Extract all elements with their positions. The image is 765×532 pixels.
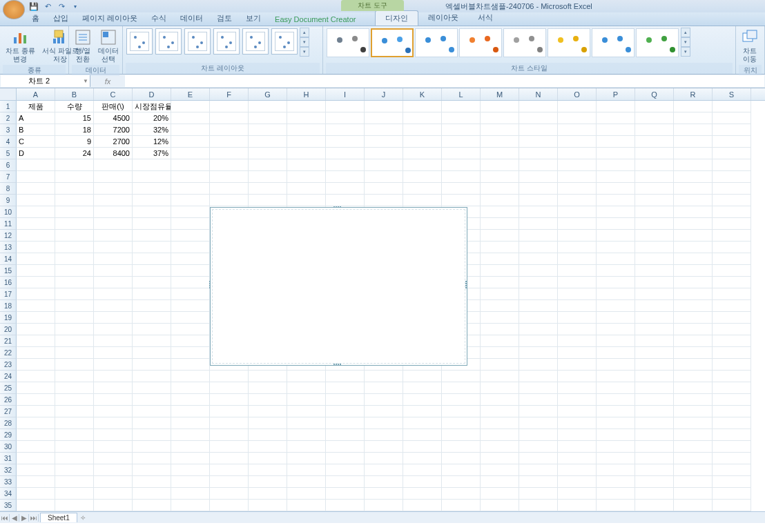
switch-rowcol-button[interactable]: 행/열 전환 bbox=[72, 28, 94, 65]
cell[interactable] bbox=[171, 406, 210, 417]
cell[interactable] bbox=[326, 195, 365, 206]
cell[interactable] bbox=[442, 464, 481, 476]
cell[interactable] bbox=[55, 288, 94, 300]
cell[interactable] bbox=[133, 441, 171, 453]
cell[interactable] bbox=[94, 218, 133, 230]
cell[interactable] bbox=[94, 159, 133, 171]
cell[interactable] bbox=[635, 394, 674, 406]
cell[interactable] bbox=[558, 288, 597, 300]
cell[interactable] bbox=[94, 277, 133, 288]
cell[interactable] bbox=[171, 218, 210, 230]
cell[interactable] bbox=[481, 371, 519, 382]
cell[interactable] bbox=[171, 171, 210, 183]
cell[interactable] bbox=[17, 195, 55, 206]
cell[interactable] bbox=[558, 253, 597, 265]
cell[interactable] bbox=[133, 195, 171, 206]
cell[interactable] bbox=[133, 464, 171, 476]
cell[interactable] bbox=[519, 159, 558, 171]
cell[interactable] bbox=[519, 136, 558, 148]
cell[interactable] bbox=[326, 101, 365, 112]
cell[interactable] bbox=[287, 112, 326, 124]
cell[interactable] bbox=[519, 300, 558, 312]
cell[interactable] bbox=[133, 429, 171, 441]
cell[interactable]: 32% bbox=[133, 124, 171, 136]
cell[interactable] bbox=[519, 453, 558, 464]
cell[interactable] bbox=[17, 288, 55, 300]
cell[interactable] bbox=[713, 195, 751, 206]
cell[interactable] bbox=[635, 429, 674, 441]
cell[interactable] bbox=[210, 148, 249, 159]
cell[interactable] bbox=[55, 371, 94, 382]
cell[interactable] bbox=[442, 371, 481, 382]
cell[interactable] bbox=[635, 417, 674, 429]
cell[interactable] bbox=[403, 171, 442, 183]
cell[interactable] bbox=[210, 183, 249, 195]
cell[interactable] bbox=[17, 476, 55, 488]
cell[interactable] bbox=[171, 277, 210, 288]
cell[interactable] bbox=[674, 195, 713, 206]
cell[interactable] bbox=[287, 464, 326, 476]
cell[interactable] bbox=[326, 464, 365, 476]
column-header[interactable]: L bbox=[442, 88, 481, 100]
cell[interactable] bbox=[171, 429, 210, 441]
cell[interactable] bbox=[403, 394, 442, 406]
cell[interactable]: 15 bbox=[55, 112, 94, 124]
layout-gallery-expand[interactable]: ▾ bbox=[300, 47, 309, 57]
cell[interactable] bbox=[481, 230, 519, 242]
cell[interactable] bbox=[249, 183, 287, 195]
cell[interactable] bbox=[481, 242, 519, 253]
cell[interactable] bbox=[674, 183, 713, 195]
cell[interactable] bbox=[481, 476, 519, 488]
cell[interactable] bbox=[519, 429, 558, 441]
cell[interactable] bbox=[635, 382, 674, 394]
cell[interactable] bbox=[597, 429, 635, 441]
cell[interactable] bbox=[597, 453, 635, 464]
cell[interactable]: 4500 bbox=[94, 112, 133, 124]
cell[interactable] bbox=[597, 417, 635, 429]
cell[interactable] bbox=[17, 417, 55, 429]
cell[interactable] bbox=[635, 488, 674, 500]
cell[interactable] bbox=[171, 124, 210, 136]
sheet-nav-last[interactable]: ⏭ bbox=[29, 514, 39, 522]
cell[interactable] bbox=[674, 324, 713, 335]
cell[interactable] bbox=[558, 136, 597, 148]
cell[interactable]: 12% bbox=[133, 136, 171, 148]
cell[interactable]: 18 bbox=[55, 124, 94, 136]
cell[interactable] bbox=[133, 218, 171, 230]
cell[interactable] bbox=[481, 101, 519, 112]
cell[interactable] bbox=[558, 101, 597, 112]
cell[interactable] bbox=[133, 417, 171, 429]
cell[interactable] bbox=[365, 171, 403, 183]
cell[interactable] bbox=[17, 500, 55, 511]
cell[interactable] bbox=[519, 183, 558, 195]
cell[interactable] bbox=[365, 429, 403, 441]
cell[interactable] bbox=[713, 300, 751, 312]
row-header[interactable]: 4 bbox=[0, 136, 17, 148]
cell[interactable] bbox=[674, 394, 713, 406]
cell[interactable] bbox=[249, 124, 287, 136]
cell[interactable] bbox=[597, 136, 635, 148]
cell[interactable] bbox=[442, 148, 481, 159]
cell[interactable] bbox=[674, 136, 713, 148]
cell[interactable] bbox=[55, 335, 94, 347]
cell[interactable] bbox=[519, 347, 558, 359]
cell[interactable]: 24 bbox=[55, 148, 94, 159]
cell[interactable] bbox=[171, 242, 210, 253]
column-header[interactable]: C bbox=[94, 88, 133, 100]
cell[interactable] bbox=[94, 171, 133, 183]
column-header[interactable]: H bbox=[287, 88, 326, 100]
cell[interactable] bbox=[597, 195, 635, 206]
fx-icon[interactable]: fx bbox=[105, 77, 111, 86]
cell[interactable] bbox=[558, 500, 597, 511]
cell[interactable] bbox=[133, 171, 171, 183]
cell[interactable] bbox=[713, 206, 751, 218]
row-header[interactable]: 29 bbox=[0, 429, 17, 441]
cell[interactable] bbox=[442, 382, 481, 394]
cell[interactable] bbox=[365, 195, 403, 206]
cell[interactable] bbox=[210, 159, 249, 171]
cell[interactable] bbox=[597, 300, 635, 312]
cell[interactable] bbox=[442, 101, 481, 112]
cell[interactable] bbox=[635, 359, 674, 371]
cell[interactable] bbox=[55, 429, 94, 441]
cell[interactable] bbox=[249, 464, 287, 476]
